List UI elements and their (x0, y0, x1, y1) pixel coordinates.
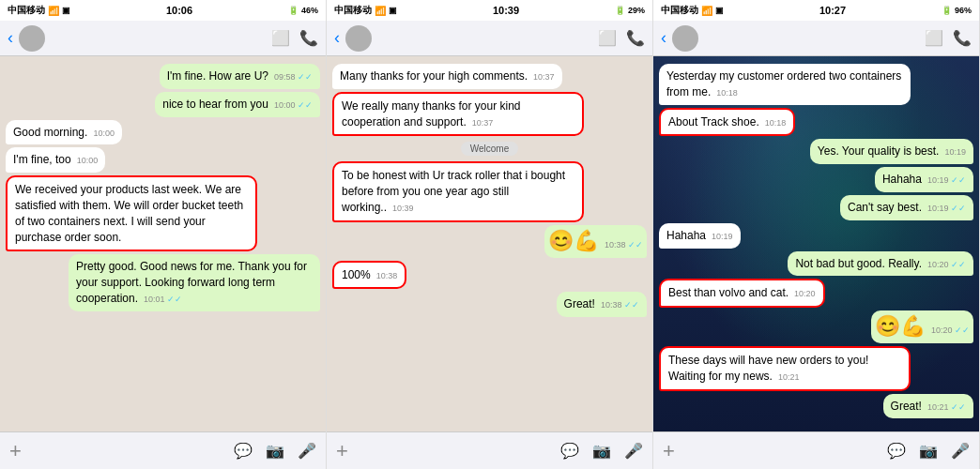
status-right: 🔋 46% (288, 6, 318, 15)
mic-icon[interactable]: 🎤 (624, 442, 643, 460)
list-item: Best than volvo and cat.10:20 (659, 279, 825, 308)
message-text: Great! (891, 400, 922, 413)
message-bubble: Great!10:38 ✓✓ (557, 292, 647, 317)
chat-divider: Welcome (461, 142, 519, 156)
wifi-icon: 📶 (48, 6, 59, 16)
back-button[interactable]: ‹ (8, 28, 13, 48)
chat-icon[interactable]: 💬 (887, 442, 906, 460)
message-time: 10:21 (778, 372, 800, 382)
message-time: 10:38 (376, 271, 398, 280)
battery-label: 29% (628, 6, 645, 15)
list-item: I'm fine. How are U?09:58 ✓✓ (160, 64, 320, 89)
camera-icon[interactable]: 📷 (266, 442, 284, 460)
message-time: 10:00 ✓✓ (274, 100, 313, 110)
video-call-icon[interactable]: ⬜ (271, 29, 290, 47)
network-icon: ▣ (62, 6, 70, 15)
message-text: We really many thanks for your kind coop… (342, 99, 521, 129)
back-button[interactable]: ‹ (334, 28, 340, 48)
status-bar: 中国移动 📶 ▣ 10:27 🔋 96% (653, 0, 979, 21)
message-text: Great! (564, 297, 595, 310)
list-item: I'm fine, too10:00 (6, 147, 105, 173)
message-text: Pretty good. Good news for me. Thank you… (76, 260, 307, 305)
avatar (19, 25, 45, 52)
avatar (672, 25, 698, 52)
phone-call-icon[interactable]: 📞 (626, 29, 645, 47)
message-text: 😊💪 (548, 229, 599, 252)
chat-area: Yesterday my customer ordered two contai… (653, 56, 979, 431)
message-text: I'm fine. How are U? (167, 69, 268, 83)
camera-icon[interactable]: 📷 (919, 442, 938, 460)
message-time: 10:19 (944, 147, 966, 157)
list-item: Can't say best.10:19 ✓✓ (840, 195, 973, 220)
chat-icon[interactable]: 💬 (234, 442, 253, 460)
time-label: 10:27 (819, 5, 846, 16)
bottom-bar: + 💬 📷 🎤 (0, 431, 326, 469)
phone-call-icon[interactable]: 📞 (953, 29, 972, 47)
message-time: 10:18 (765, 118, 787, 128)
network-icon: ▣ (715, 6, 724, 15)
message-text: To be honest with Ur track roller that i… (342, 169, 565, 214)
list-item: 100%10:38 (332, 261, 406, 290)
message-bubble: We really many thanks for your kind coop… (332, 92, 584, 137)
message-ticks: ✓✓ (298, 100, 313, 110)
plus-button[interactable]: + (663, 439, 675, 463)
message-ticks: ✓✓ (951, 204, 966, 213)
message-text: Hahaha (666, 229, 706, 242)
avatar (345, 25, 372, 52)
status-left: 中国移动 📶 ▣ (334, 4, 397, 17)
status-bar: 中国移动 📶 ▣ 10:39 🔋 29% (327, 0, 652, 21)
list-item: 😊💪10:38 ✓✓ (544, 225, 647, 258)
camera-icon[interactable]: 📷 (592, 442, 611, 460)
message-time: 10:20 ✓✓ (931, 325, 970, 335)
chat-icon[interactable]: 💬 (560, 442, 579, 460)
nav-icons: ⬜ 📞 (598, 29, 645, 47)
plus-button[interactable]: + (336, 439, 348, 463)
list-item: Pretty good. Good news for me. Thank you… (69, 254, 320, 310)
video-call-icon[interactable]: ⬜ (598, 29, 617, 47)
message-bubble: Great!10:21 ✓✓ (883, 394, 973, 419)
battery-icon: 🔋 (615, 6, 625, 15)
message-text: We received your products last week. We … (15, 183, 243, 243)
list-item: We received your products last week. We … (6, 175, 257, 251)
phone-call-icon[interactable]: 📞 (299, 29, 318, 47)
message-ticks: ✓✓ (298, 72, 313, 82)
message-ticks: ✓✓ (951, 402, 966, 412)
chat-area: I'm fine. How are U?09:58 ✓✓nice to hear… (0, 56, 326, 431)
list-item: We really many thanks for your kind coop… (332, 92, 584, 137)
message-text: 100% (342, 268, 371, 281)
message-time: 10:20 ✓✓ (927, 260, 966, 269)
bottom-bar: + 💬 📷 🎤 (327, 431, 652, 469)
message-bubble: Yes. Your quality is best.10:19 (810, 139, 973, 164)
video-call-icon[interactable]: ⬜ (925, 29, 943, 47)
message-text: Hahaha (882, 173, 922, 186)
message-time: 10:00 (93, 129, 115, 138)
list-item: Many thanks for your high comments.10:37 (332, 64, 562, 89)
list-item: Not bad but good. Really.10:20 ✓✓ (788, 251, 973, 277)
list-item: About Track shoe.10:18 (659, 108, 795, 137)
message-ticks: ✓✓ (951, 260, 966, 269)
message-bubble: About Track shoe.10:18 (659, 108, 795, 137)
message-bubble: nice to hear from you10:00 ✓✓ (155, 92, 320, 117)
back-button[interactable]: ‹ (661, 28, 666, 48)
plus-button[interactable]: + (9, 439, 22, 463)
message-time: 10:38 ✓✓ (601, 300, 639, 310)
battery-icon: 🔋 (288, 6, 299, 15)
message-bubble: Best than volvo and cat.10:20 (659, 279, 825, 308)
mic-icon[interactable]: 🎤 (951, 442, 970, 460)
status-bar: 中国移动 📶 ▣ 10:06 🔋 46% (0, 0, 326, 21)
list-item: Yes. Your quality is best.10:19 (810, 139, 973, 164)
message-ticks: ✓✓ (167, 295, 182, 304)
nav-icons: ⬜ 📞 (925, 29, 972, 47)
message-bubble: I'm fine, too10:00 (6, 147, 105, 173)
list-item: Hahaha10:19 ✓✓ (875, 167, 973, 192)
network-icon: ▣ (389, 6, 397, 15)
mic-icon[interactable]: 🎤 (298, 442, 316, 460)
bottom-icons: 💬 📷 🎤 (887, 442, 970, 460)
message-text: Yesterday my customer ordered two contai… (666, 69, 901, 98)
nav-bar: ‹ ⬜ 📞 (327, 21, 652, 56)
list-item: Hahaha10:19 (659, 223, 741, 249)
message-time: 10:01 ✓✓ (144, 295, 182, 304)
status-left: 中国移动 📶 ▣ (661, 4, 724, 17)
carrier-label: 中国移动 (661, 4, 698, 17)
message-bubble: 100%10:38 (332, 261, 406, 290)
